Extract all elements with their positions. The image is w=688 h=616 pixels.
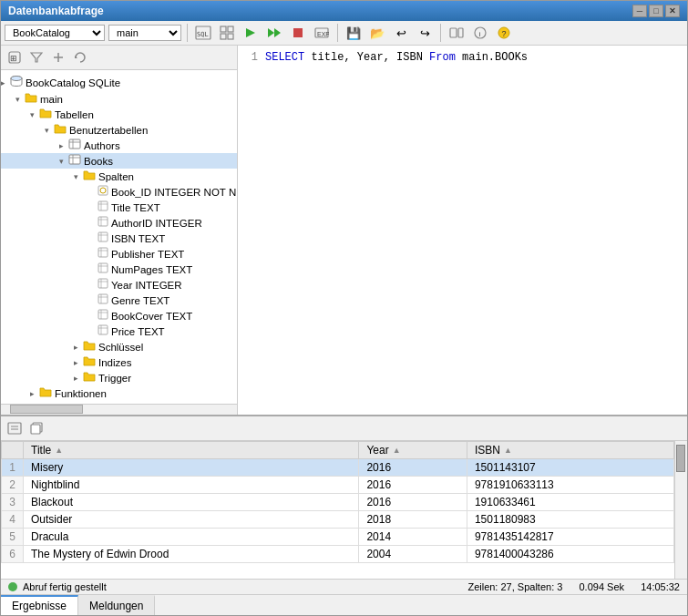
table-row[interactable]: 1 Misery 2016 1501143107: [2, 459, 674, 477]
tree-item-label: Benutzertabellen: [69, 125, 148, 136]
tree-toggle[interactable]: ▾: [30, 110, 39, 119]
tree-item-label: Trigger: [98, 373, 131, 384]
tree-scrollbar-thumb[interactable]: [10, 405, 83, 414]
bottom-panel: Title ▲ Year ▲: [1, 415, 687, 615]
explain-button[interactable]: EXP: [312, 23, 332, 43]
col-isbn-header[interactable]: ISBN ▲: [467, 442, 673, 459]
tree-node-bookcatalog[interactable]: ▸BookCatalog SQLite: [1, 74, 237, 91]
tree-node-spalten[interactable]: ▾Spalten: [1, 169, 237, 184]
table-row[interactable]: 5 Dracula 2014 9781435142817: [2, 529, 674, 546]
tree-filter-button[interactable]: [26, 47, 46, 67]
close-button[interactable]: ✕: [665, 5, 680, 17]
minimize-button[interactable]: ─: [632, 5, 647, 17]
run-button[interactable]: [241, 23, 261, 43]
cell-isbn: 1501180983: [467, 511, 673, 529]
table-row[interactable]: 2 Nightblind 2016 9781910633113: [2, 477, 674, 494]
tree-toggle[interactable]: ▸: [1, 78, 10, 87]
cell-isbn: 1910633461: [467, 494, 673, 511]
tree-toggle[interactable]: ▸: [30, 389, 39, 398]
tree-item-icon: [98, 185, 108, 199]
svg-rect-26: [69, 139, 80, 149]
tree-node-schluessel[interactable]: ▸Schlüssel: [1, 339, 237, 354]
tree-node-col_isbn[interactable]: ISBN TEXT: [1, 231, 237, 246]
stop-button[interactable]: [288, 23, 308, 43]
tree-node-col_publisher[interactable]: Publisher TEXT: [1, 246, 237, 262]
tree-toggle[interactable]: ▸: [59, 141, 68, 150]
svg-rect-13: [458, 28, 463, 37]
table-row[interactable]: 4 Outsider 2018 1501180983: [2, 511, 674, 529]
tree-node-tabellen[interactable]: ▾Tabellen: [1, 107, 237, 122]
table-row[interactable]: 3 Blackout 2016 1910633461: [2, 494, 674, 511]
status-message: Abruf fertig gestellt: [23, 581, 107, 592]
tree-node-col_year[interactable]: Year INTEGER: [1, 277, 237, 293]
tree-scrollbar[interactable]: [1, 404, 237, 415]
tree-node-col_authorid[interactable]: AuthorID INTEGER: [1, 215, 237, 231]
tree-toggle[interactable]: ▾: [74, 172, 83, 181]
database-select[interactable]: BookCatalog: [5, 25, 105, 41]
sql-editor[interactable]: 1 SELECT title, Year, ISBN From main.BOO…: [238, 46, 687, 415]
tree-item-label: ISBN TEXT: [111, 233, 165, 244]
col-year-header[interactable]: Year ▲: [359, 442, 467, 459]
tree-item-icon: [98, 247, 108, 261]
tree-item-icon: [98, 262, 108, 276]
tree-toggle[interactable]: ▸: [74, 358, 83, 367]
tree-node-col_genre[interactable]: Genre TEXT: [1, 293, 237, 308]
results-copy-button[interactable]: [26, 418, 46, 438]
save-button[interactable]: 💾: [344, 23, 364, 43]
tree-node-col_bookcover[interactable]: BookCover TEXT: [1, 308, 237, 323]
tab-results[interactable]: Ergebnisse: [1, 595, 78, 615]
tools-button[interactable]: [447, 23, 467, 43]
col-title-header[interactable]: Title ▲: [24, 442, 359, 459]
tree-node-main[interactable]: ▾main: [1, 91, 237, 107]
tree-toggle[interactable]: ▸: [74, 374, 83, 383]
tree-area[interactable]: ▸BookCatalog SQLite▾main▾Tabellen▾Benutz…: [1, 70, 237, 404]
tree-toggle[interactable]: ▾: [59, 157, 68, 166]
tree-node-col_price[interactable]: Price TEXT: [1, 323, 237, 339]
tree-item-label: Spalten: [98, 171, 134, 182]
schema-select[interactable]: main: [108, 25, 181, 41]
tree-toggle[interactable]: ▾: [45, 126, 54, 135]
tree-toggle[interactable]: ▾: [15, 95, 25, 104]
table-row[interactable]: 6 The Mystery of Edwin Drood 2004 978140…: [2, 546, 674, 563]
tree-node-funktionen[interactable]: ▸Funktionen: [1, 385, 237, 401]
tree-node-indizes[interactable]: ▸Indizes: [1, 354, 237, 370]
help-button[interactable]: ?: [494, 23, 514, 43]
maximize-button[interactable]: □: [649, 5, 663, 17]
info-button[interactable]: i: [470, 23, 490, 43]
toolbar-separator-1: [187, 24, 188, 42]
run-all-button[interactable]: [264, 23, 284, 43]
tab-messages[interactable]: Meldungen: [78, 595, 155, 615]
results-scrollbar-thumb[interactable]: [676, 445, 685, 472]
tree-node-benutzertabellen[interactable]: ▾Benutzertabellen: [1, 122, 237, 138]
tree-item-label: BookCover TEXT: [111, 311, 192, 322]
tree-node-books[interactable]: ▾Books: [1, 153, 237, 169]
sql-mode-button[interactable]: SQL: [193, 23, 213, 43]
cell-year: 2016: [359, 459, 467, 477]
tree-item-label: Books: [84, 156, 113, 167]
tree-item-label: Title TEXT: [111, 202, 160, 213]
tree-toolbar: ⊞: [1, 46, 237, 70]
undo-button[interactable]: ↩: [391, 23, 411, 43]
results-vertical-scrollbar[interactable]: [674, 441, 687, 579]
tree-item-icon: [39, 386, 52, 400]
grid-view-button[interactable]: [217, 23, 237, 43]
svg-rect-12: [450, 28, 457, 37]
svg-rect-40: [98, 232, 108, 241]
svg-text:EXP: EXP: [317, 31, 329, 37]
tree-node-authors[interactable]: ▸Authors: [1, 138, 237, 153]
tree-node-col_title[interactable]: Title TEXT: [1, 200, 237, 215]
svg-rect-52: [98, 294, 108, 303]
open-button[interactable]: 📂: [367, 23, 387, 43]
tree-node-trigger[interactable]: ▸Trigger: [1, 370, 237, 385]
tree-toggle[interactable]: ▸: [74, 343, 83, 352]
tree-reload-button[interactable]: [70, 47, 90, 67]
results-export-button[interactable]: [5, 418, 25, 438]
main-toolbar: BookCatalog main SQL EXP 💾 📂 ↩ ↪: [1, 21, 687, 46]
tree-node-col_bookid[interactable]: Book_ID INTEGER NOT NULL: [1, 184, 237, 200]
tree-node-col_numpages[interactable]: NumPages TEXT: [1, 262, 237, 277]
redo-button[interactable]: ↪: [415, 23, 435, 43]
tree-refresh-button[interactable]: ⊞: [5, 47, 25, 67]
tree-add-button[interactable]: [48, 47, 68, 67]
line-number-1: 1: [243, 51, 258, 64]
results-table-wrap[interactable]: Title ▲ Year ▲: [1, 441, 674, 579]
